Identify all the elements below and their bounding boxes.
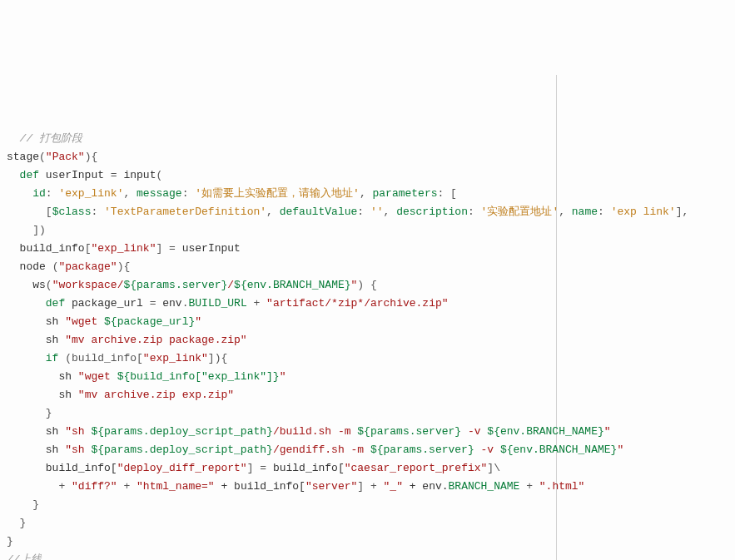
code-block: // 打包阶段stage("Pack"){ def userInput = in… bbox=[7, 75, 728, 560]
code-token: build_info[ bbox=[46, 462, 117, 474]
code-lines-container: // 打包阶段stage("Pack"){ def userInput = in… bbox=[7, 130, 728, 560]
code-token: sh bbox=[46, 425, 65, 438]
code-token: } bbox=[7, 535, 13, 548]
code-token: "package" bbox=[58, 260, 117, 273]
code-line: //上线 bbox=[7, 551, 728, 560]
code-token: sh bbox=[46, 334, 65, 346]
code-line: build_info["deploy_diff_report"] = build… bbox=[7, 459, 728, 478]
code-token: //上线 bbox=[7, 553, 42, 560]
code-token: stage bbox=[7, 151, 39, 163]
code-token: "html_name=" bbox=[137, 480, 215, 493]
code-token: description bbox=[396, 206, 468, 218]
code-token: ".html" bbox=[539, 480, 585, 493]
code-token: : [ bbox=[438, 187, 457, 200]
code-token: "mv archive.zip package.zip" bbox=[65, 334, 246, 346]
code-token: ws bbox=[32, 279, 46, 291]
code-token: if bbox=[46, 352, 59, 364]
code-token: " bbox=[617, 444, 623, 456]
code-token: ] bbox=[247, 462, 261, 474]
code-token: input bbox=[117, 169, 156, 181]
code-token: (build_info[ bbox=[58, 352, 142, 364]
code-token: "deploy_diff_report" bbox=[117, 462, 247, 474]
code-token: + bbox=[247, 297, 266, 310]
code-token: } bbox=[46, 407, 52, 419]
code-token: /build.sh -m bbox=[273, 425, 357, 438]
code-token: ${params.deploy_script_path} bbox=[91, 444, 272, 456]
code-token: " bbox=[195, 315, 201, 328]
code-line: sh "sh ${params.deploy_script_path}/buil… bbox=[7, 423, 728, 441]
code-line: } bbox=[7, 496, 728, 514]
code-token: env bbox=[156, 297, 181, 310]
code-line: if (build_info["exp_link"]){ bbox=[7, 349, 728, 368]
code-token: $class bbox=[52, 206, 92, 218]
code-token: , bbox=[360, 187, 373, 200]
code-token: BRANCH_NAME bbox=[449, 480, 520, 493]
code-token: " bbox=[280, 370, 286, 383]
code-token: ( bbox=[156, 169, 162, 181]
code-token: BUILD_URL bbox=[188, 297, 246, 310]
code-line: id: 'exp_link', message: '如需要上实验配置，请输入地址… bbox=[7, 185, 728, 203]
code-line: stage("Pack"){ bbox=[7, 148, 728, 166]
code-token: build_info[ bbox=[266, 462, 345, 474]
code-token: '' bbox=[370, 206, 384, 218]
code-token: = bbox=[111, 169, 117, 181]
code-token: ){ bbox=[117, 260, 131, 273]
code-token: "artifact/*zip*/archive.zip" bbox=[266, 297, 448, 310]
code-line: } bbox=[7, 404, 728, 423]
code-token: "exp_link" bbox=[143, 352, 208, 364]
code-token: userInput bbox=[176, 242, 241, 255]
code-token: + env. bbox=[403, 480, 449, 493]
code-token: "sh bbox=[65, 444, 91, 456]
code-line: } bbox=[7, 533, 728, 551]
code-token: sh bbox=[58, 370, 77, 383]
code-token: userInput bbox=[39, 169, 111, 181]
code-token: ${params.server} bbox=[357, 425, 461, 438]
code-token: + bbox=[117, 480, 137, 493]
code-token: ${env.BRANCH_NAME} bbox=[234, 279, 350, 291]
code-token: [ bbox=[46, 206, 52, 218]
code-token: "mv archive.zip exp.zip" bbox=[78, 389, 234, 401]
code-token: ], bbox=[676, 206, 689, 218]
code-token: parameters bbox=[373, 187, 438, 200]
code-token: + build_info[ bbox=[215, 480, 305, 493]
code-token: 'exp_link' bbox=[58, 187, 123, 200]
code-token: : bbox=[46, 187, 59, 200]
code-token: ( bbox=[39, 151, 46, 163]
code-token: '如需要上实验配置，请输入地址' bbox=[195, 187, 360, 200]
code-token: "workspace/ bbox=[52, 279, 124, 291]
code-token: "sh bbox=[65, 425, 91, 438]
code-token: , bbox=[266, 206, 280, 218]
code-line: ]) bbox=[7, 221, 728, 240]
code-token: ${params.server} bbox=[370, 444, 474, 456]
code-token: } bbox=[20, 517, 27, 529]
code-token: ${package_url} bbox=[104, 315, 195, 328]
code-token: sh bbox=[58, 389, 77, 401]
code-token: , bbox=[123, 187, 137, 200]
code-token: / bbox=[227, 279, 234, 291]
code-token: ]){ bbox=[208, 352, 227, 364]
code-line: sh "wget ${build_info["exp_link"]}" bbox=[7, 368, 728, 386]
code-token: ${env.BRANCH_NAME} bbox=[500, 444, 617, 456]
code-token: " bbox=[604, 425, 611, 438]
code-line: sh "mv archive.zip package.zip" bbox=[7, 331, 728, 349]
code-line: + "diff?" + "html_name=" + build_info["s… bbox=[7, 478, 728, 496]
code-token: def bbox=[20, 169, 39, 181]
code-token: ${params.deploy_script_path} bbox=[91, 425, 272, 438]
code-token: "_" bbox=[384, 480, 403, 493]
code-token: "caesar_report_prefix" bbox=[345, 462, 488, 474]
code-token: : bbox=[468, 206, 481, 218]
code-line: ws("workspace/${params.server}/${env.BRA… bbox=[7, 276, 728, 295]
code-line: build_info["exp_link"] = userInput bbox=[7, 240, 728, 258]
code-token: message bbox=[137, 187, 182, 200]
code-token: package_url bbox=[65, 297, 149, 310]
code-token: "Pack" bbox=[46, 151, 85, 163]
code-token: name bbox=[572, 206, 598, 218]
code-token: ${params.server} bbox=[123, 279, 227, 291]
code-token: : bbox=[357, 206, 370, 218]
code-token: -v bbox=[461, 425, 487, 438]
code-token: , bbox=[559, 206, 572, 218]
code-token: ) { bbox=[357, 279, 376, 291]
code-token: : bbox=[182, 187, 196, 200]
code-token: ){ bbox=[85, 151, 98, 163]
code-token: -v bbox=[474, 444, 500, 456]
